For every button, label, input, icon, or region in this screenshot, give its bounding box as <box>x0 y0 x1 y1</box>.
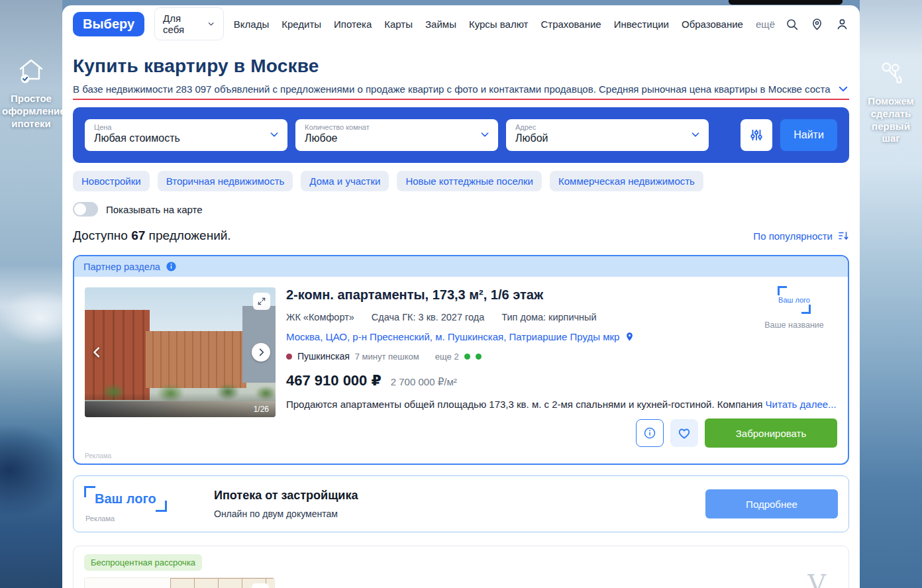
expand-description-icon[interactable] <box>837 83 849 95</box>
background-photo-left: Простое оформление ипотеки <box>0 0 62 588</box>
map-pin-icon[interactable] <box>625 332 635 342</box>
chip-new-buildings[interactable]: Новостройки <box>73 171 150 191</box>
listing-address[interactable]: Москва, ЦАО, р-н Пресненский, м. Пушкинс… <box>286 331 849 342</box>
keys-icon <box>876 58 906 89</box>
nav-item-credits[interactable]: Кредиты <box>282 19 321 30</box>
header-icons <box>785 17 849 31</box>
nav-item-loans[interactable]: Займы <box>425 19 456 30</box>
background-photo-right: Поможем сделать первый шаг <box>860 0 922 588</box>
price-per-m2: 2 700 000 ₽/м² <box>391 376 457 388</box>
right-promo: Поможем сделать первый шаг <box>860 58 922 145</box>
banner-details-button[interactable]: Подробнее <box>705 489 838 518</box>
listing-photo[interactable]: 1/26 <box>85 287 276 417</box>
rooms-dropdown-value: Любое <box>305 132 489 144</box>
main-nav: Вклады Кредиты Ипотека Карты Займы Курсы… <box>234 19 775 30</box>
listing-2-body: ЛЕВЕНСОН 4-комн. квартира, 405,5 м², 2/4… <box>84 577 838 588</box>
results-count: 67 <box>131 228 145 242</box>
banner-logo-placeholder: Ваш лого <box>84 486 167 512</box>
left-promo: Простое оформление ипотеки <box>0 54 62 130</box>
search-filter-panel: Цена Любая стоимость Количество комнат Л… <box>73 107 849 163</box>
results-prefix: Доступно <box>73 228 131 242</box>
sort-button[interactable]: По популярности <box>753 230 849 242</box>
nav-item-currency[interactable]: Курсы валют <box>469 19 529 30</box>
page-subtitle: В базе недвижимости 283 097 объявлений с… <box>73 83 831 95</box>
left-promo-text: Простое оформление ипотеки <box>2 93 60 130</box>
metro-line-dot <box>286 354 292 360</box>
logo-button[interactable]: Выберу <box>73 12 144 36</box>
sliders-icon <box>749 128 764 142</box>
address-dropdown-value: Любой <box>515 132 699 144</box>
listing-2-photo[interactable]: ЛЕВЕНСОН <box>84 577 275 588</box>
read-more-link[interactable]: Читать далее... <box>766 399 837 410</box>
partner-badge-bar: Партнер раздела <box>74 256 848 277</box>
favorite-button[interactable] <box>670 419 698 447</box>
nav-for-self-label: Для себя <box>163 13 203 35</box>
expand-photo-icon[interactable] <box>252 583 269 588</box>
photo-prev-icon[interactable] <box>90 345 105 360</box>
complex-name: ЖК «Комфорт» <box>286 312 354 322</box>
search-icon[interactable] <box>785 17 799 31</box>
mortgage-banner: Ваш лого Реклама Ипотека от застройщика … <box>73 475 849 532</box>
partner-name-placeholder: Ваше название <box>764 320 823 330</box>
listing-price: 467 910 000 ₽ <box>286 372 382 389</box>
price-dropdown-label: Цена <box>94 123 278 131</box>
heart-icon <box>677 426 692 440</box>
partner-badge-label: Партнер раздела <box>83 262 160 272</box>
ad-label: Реклама <box>85 452 111 460</box>
address-link[interactable]: Москва, ЦАО, р-н Пресненский, м. Пушкинс… <box>286 331 619 342</box>
price-dropdown[interactable]: Цена Любая стоимость <box>85 119 287 151</box>
search-button[interactable]: Найти <box>780 119 837 151</box>
chip-secondary[interactable]: Вторичная недвижимость <box>158 171 293 191</box>
listing-card-2: Беспроцентная рассрочка ЛЕВЕНСОН <box>73 546 849 588</box>
info-icon <box>643 426 656 440</box>
banner-subtitle: Онлайн по двум документам <box>214 509 358 519</box>
chevron-down-icon <box>480 129 490 142</box>
nav-item-cards[interactable]: Карты <box>384 19 413 30</box>
profile-icon[interactable] <box>835 17 849 31</box>
banner-ad-label: Реклама <box>85 514 214 522</box>
chip-houses[interactable]: Дома и участки <box>301 171 389 191</box>
banner-logo-column: Ваш лого Реклама <box>84 486 214 522</box>
nav-item-deposits[interactable]: Вклады <box>234 19 269 30</box>
chip-commercial[interactable]: Коммерческая недвижимость <box>550 171 703 191</box>
book-button[interactable]: Забронировать <box>705 418 837 448</box>
sort-label: По популярности <box>753 230 833 242</box>
top-dark-bar <box>729 0 843 5</box>
partner-logo-text: Ваш лого <box>778 296 810 305</box>
page: Простое оформление ипотеки Поможем сдела… <box>0 0 922 588</box>
nav-item-investments[interactable]: Инвестиции <box>614 19 669 30</box>
developer-logo-letter: V <box>808 569 826 588</box>
right-promo-text: Поможем сделать первый шаг <box>862 95 920 145</box>
nav-item-insurance[interactable]: Страхование <box>540 19 601 30</box>
nav-item-more[interactable]: ещё <box>756 19 775 30</box>
location-pin-icon[interactable] <box>810 17 824 31</box>
photo-counter: 1/26 <box>85 393 276 417</box>
rooms-dropdown[interactable]: Количество комнат Любое <box>295 119 498 151</box>
results-suffix: предложений. <box>145 228 230 242</box>
metro-name: Пушкинская <box>297 351 350 362</box>
info-icon[interactable] <box>166 261 177 272</box>
red-divider <box>73 99 849 100</box>
main-content-panel: Выберу Для себя Вклады Кредиты Ипотека К… <box>62 5 860 588</box>
info-button[interactable] <box>636 419 664 447</box>
metro-walk-time: 7 минут пешком <box>355 352 419 362</box>
advanced-filters-button[interactable] <box>741 119 772 151</box>
banner-title: Ипотека от застройщика <box>214 489 358 503</box>
partner-logo-column: Ваш лого Ваше название <box>751 286 837 330</box>
nav-for-self[interactable]: Для себя <box>154 7 224 40</box>
expand-photo-icon[interactable] <box>253 293 270 310</box>
nav-item-education[interactable]: Образование <box>682 19 743 30</box>
address-dropdown[interactable]: Адрес Любой <box>506 119 709 151</box>
page-title: Купить квартиру в Москве <box>73 56 849 77</box>
header: Выберу Для себя Вклады Кредиты Ипотека К… <box>62 5 860 42</box>
metro-line-dot-green <box>476 354 482 360</box>
nav-item-mortgage[interactable]: Ипотека <box>334 19 372 30</box>
installment-badge: Беспроцентная рассрочка <box>84 554 202 571</box>
chip-cottage-villages[interactable]: Новые коттеджные поселки <box>397 171 542 191</box>
photo-next-icon[interactable] <box>252 343 270 362</box>
map-toggle[interactable] <box>73 202 98 217</box>
address-dropdown-label: Адрес <box>515 123 699 131</box>
price-row: 467 910 000 ₽ 2 700 000 ₽/м² <box>286 372 849 389</box>
metro-more[interactable]: еще 2 <box>435 352 459 362</box>
price-dropdown-value: Любая стоимость <box>94 132 278 144</box>
